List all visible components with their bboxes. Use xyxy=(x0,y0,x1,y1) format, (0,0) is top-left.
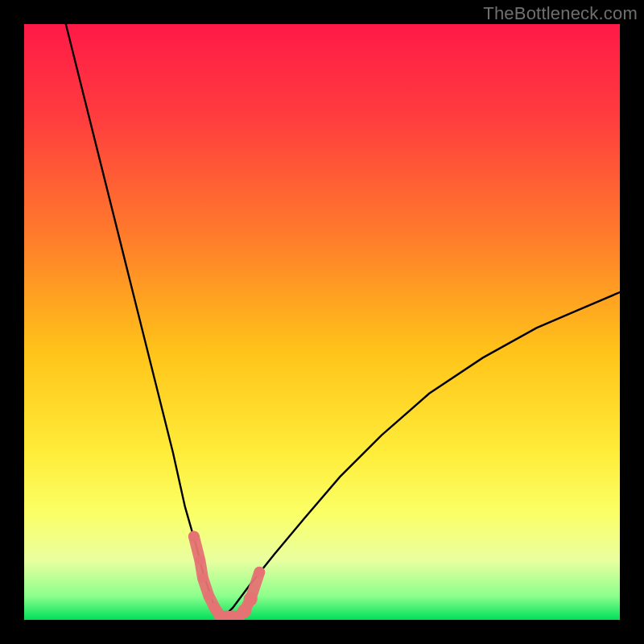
marker-dot xyxy=(196,555,205,565)
marker-dot xyxy=(244,592,258,606)
gradient-background xyxy=(24,24,620,620)
marker-dot xyxy=(204,592,214,601)
marker-dot xyxy=(254,567,265,577)
marker-dot xyxy=(198,573,208,583)
watermark-text: TheBottleneck.com xyxy=(483,3,638,24)
plot-area xyxy=(24,24,620,620)
marker-dot xyxy=(188,531,199,542)
marker-dot xyxy=(237,604,251,617)
chart-frame: TheBottleneck.com xyxy=(0,0,644,644)
chart-svg xyxy=(24,24,620,620)
